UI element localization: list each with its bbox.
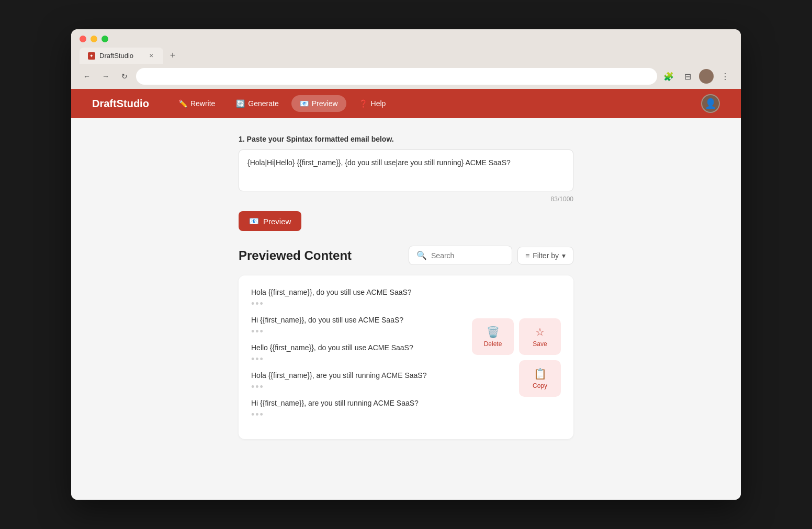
forward-button[interactable]: → [98, 69, 113, 84]
nav-label-generate: Generate [248, 99, 278, 108]
previewed-list: Hola {{first_name}}, do you still use AC… [251, 288, 461, 427]
preview-text-2: Hi {{first_name}}, do you still use ACME… [251, 316, 461, 324]
delete-button[interactable]: 🗑️ Delete [472, 318, 514, 355]
traffic-lights [80, 36, 732, 42]
preview-dots-3: ••• [251, 354, 461, 365]
spintax-input[interactable]: {Hola|Hi|Hello} {{first_name}}, {do you … [239, 150, 573, 191]
browser-chrome: ✦ DraftStudio ✕ + [71, 29, 741, 64]
traffic-light-minimize[interactable] [91, 36, 97, 42]
action-row-2: 📋 Copy [519, 360, 561, 397]
tab-close-button[interactable]: ✕ [148, 52, 155, 60]
search-input[interactable] [431, 251, 504, 260]
copy-button[interactable]: 📋 Copy [519, 360, 561, 397]
search-wrapper: 🔍 [409, 246, 512, 265]
preview-icon: 📧 [300, 99, 309, 108]
generate-icon: 🔄 [236, 99, 245, 108]
list-item: Hola {{first_name}}, do you still use AC… [251, 288, 461, 309]
preview-text-5: Hi {{first_name}}, are you still running… [251, 399, 461, 407]
char-count: 83/1000 [239, 196, 573, 203]
nav-label-preview: Preview [312, 99, 338, 108]
preview-text-3: Hello {{first_name}}, do you still use A… [251, 343, 461, 352]
browser-tab-active[interactable]: ✦ DraftStudio ✕ [80, 48, 163, 64]
menu-icon[interactable]: ⋮ [718, 69, 732, 84]
preview-text-4: Hola {{first_name}}, are you still runni… [251, 371, 461, 380]
sidebar-icon[interactable]: ⊟ [680, 69, 695, 84]
filter-button[interactable]: ≡ Filter by ▾ [517, 247, 573, 264]
list-item: Hi {{first_name}}, do you still use ACME… [251, 316, 461, 337]
back-button[interactable]: ← [80, 69, 94, 84]
nav-item-rewrite[interactable]: ✏️ Rewrite [170, 95, 223, 112]
main-content: 1. Paste your Spintax formatted email be… [71, 118, 741, 500]
filter-icon: ≡ [525, 251, 529, 260]
extensions-icon[interactable]: 🧩 [661, 69, 676, 84]
profile-icon[interactable] [699, 69, 714, 84]
tab-favicon: ✦ [88, 52, 95, 60]
header-controls: 🔍 ≡ Filter by ▾ [409, 246, 573, 265]
browser-window: ✦ DraftStudio ✕ + ← → ↻ 🧩 ⊟ ⋮ DraftStudi… [71, 29, 741, 500]
app-nav: ✏️ Rewrite 🔄 Generate 📧 Preview ❓ Help [170, 95, 680, 112]
traffic-light-close[interactable] [80, 36, 86, 42]
nav-item-generate[interactable]: 🔄 Generate [228, 95, 287, 112]
copy-icon: 📋 [534, 367, 547, 380]
chevron-down-icon: ▾ [562, 251, 566, 260]
new-tab-button[interactable]: + [165, 48, 180, 63]
address-bar[interactable] [136, 68, 657, 85]
nav-label-help: Help [371, 99, 386, 108]
preview-button-label: Preview [263, 217, 291, 226]
delete-icon: 🗑️ [487, 326, 500, 338]
action-row-1: 🗑️ Delete ☆ Save [472, 318, 561, 355]
spintax-label: 1. Paste your Spintax formatted email be… [239, 135, 573, 143]
search-icon: 🔍 [416, 250, 427, 260]
help-icon: ❓ [359, 99, 368, 108]
preview-button[interactable]: 📧 Preview [239, 211, 301, 231]
preview-button-icon: 📧 [249, 216, 259, 226]
copy-label: Copy [533, 382, 547, 389]
preview-section-header: Previewed Content 🔍 ≡ Filter by ▾ [239, 246, 573, 265]
preview-text-1: Hola {{first_name}}, do you still use AC… [251, 288, 461, 296]
preview-dots-1: ••• [251, 298, 461, 309]
app-logo: DraftStudio [92, 98, 149, 110]
filter-label: Filter by [533, 251, 559, 260]
content-inner: 1. Paste your Spintax formatted email be… [228, 135, 584, 439]
browser-toolbar: ← → ↻ 🧩 ⊟ ⋮ [71, 64, 741, 89]
previewed-card: Hola {{first_name}}, do you still use AC… [239, 275, 573, 439]
traffic-light-fullscreen[interactable] [102, 36, 108, 42]
delete-label: Delete [484, 340, 502, 348]
star-icon: ☆ [535, 326, 545, 338]
list-item: Hello {{first_name}}, do you still use A… [251, 343, 461, 365]
user-avatar[interactable]: 👤 [701, 94, 720, 113]
save-button[interactable]: ☆ Save [519, 318, 561, 355]
nav-item-help[interactable]: ❓ Help [351, 95, 394, 112]
preview-dots-4: ••• [251, 382, 461, 393]
list-item: Hola {{first_name}}, are you still runni… [251, 371, 461, 393]
reload-button[interactable]: ↻ [117, 69, 132, 84]
preview-dots-5: ••• [251, 409, 461, 420]
nav-item-preview[interactable]: 📧 Preview [291, 95, 346, 112]
preview-dots-2: ••• [251, 326, 461, 337]
save-label: Save [533, 340, 547, 348]
browser-tabs: ✦ DraftStudio ✕ + [80, 48, 732, 64]
list-item: Hi {{first_name}}, are you still running… [251, 399, 461, 420]
toolbar-icons: 🧩 ⊟ ⋮ [661, 69, 732, 84]
rewrite-icon: ✏️ [178, 99, 187, 108]
tab-label: DraftStudio [99, 52, 133, 60]
previewed-content-title: Previewed Content [239, 248, 352, 263]
app-header: DraftStudio ✏️ Rewrite 🔄 Generate 📧 Prev… [71, 89, 741, 118]
action-buttons: 🗑️ Delete ☆ Save 📋 Copy [472, 288, 561, 427]
app-wrapper: DraftStudio ✏️ Rewrite 🔄 Generate 📧 Prev… [71, 89, 741, 500]
nav-label-rewrite: Rewrite [190, 99, 215, 108]
